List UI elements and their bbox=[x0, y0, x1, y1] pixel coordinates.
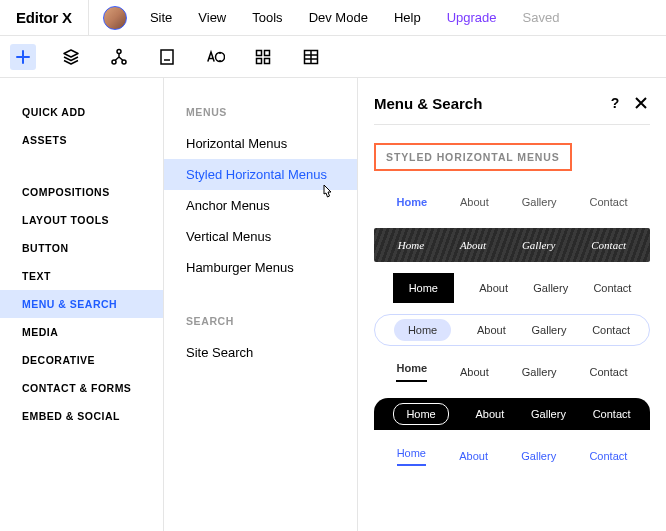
preview-style-1[interactable]: Home About Gallery Contact bbox=[374, 185, 650, 219]
nav-item: Contact bbox=[589, 450, 627, 462]
layers-button[interactable] bbox=[58, 44, 84, 70]
apps-button[interactable] bbox=[250, 44, 276, 70]
layers-icon bbox=[62, 48, 80, 66]
mid-item-anchor[interactable]: Anchor Menus bbox=[164, 190, 357, 221]
table-button[interactable] bbox=[298, 44, 324, 70]
mid-item-sitesearch[interactable]: Site Search bbox=[164, 337, 357, 368]
right-panel: Menu & Search ? STYLED HORIZONTAL MENUS … bbox=[358, 78, 666, 531]
menu-devmode[interactable]: Dev Mode bbox=[296, 10, 381, 25]
avatar[interactable] bbox=[103, 6, 127, 30]
nav-item: Home bbox=[398, 239, 424, 251]
preview-style-3[interactable]: Home About Gallery Contact bbox=[374, 271, 650, 305]
left-sidebar: QUICK ADD ASSETS COMPOSITIONS LAYOUT TOO… bbox=[0, 78, 164, 531]
nav-item: About bbox=[477, 324, 506, 336]
nav-item: Contact bbox=[590, 196, 628, 208]
nav-item: About bbox=[460, 366, 489, 378]
plus-icon bbox=[15, 49, 31, 65]
nav-item: Contact bbox=[593, 282, 631, 294]
panel-header: Menu & Search ? bbox=[374, 94, 650, 125]
mid-sidebar: MENUS Horizontal Menus Styled Horizontal… bbox=[164, 78, 358, 531]
menu-help[interactable]: Help bbox=[381, 10, 434, 25]
nav-item: About bbox=[460, 239, 486, 251]
menu-site[interactable]: Site bbox=[137, 10, 185, 25]
app-logo: Editor X bbox=[0, 0, 89, 35]
add-button[interactable] bbox=[10, 44, 36, 70]
nav-item: Contact bbox=[592, 324, 630, 336]
svg-rect-7 bbox=[257, 58, 262, 63]
mid-item-hamburger[interactable]: Hamburger Menus bbox=[164, 252, 357, 283]
close-icon bbox=[634, 96, 648, 110]
nav-item: Gallery bbox=[522, 196, 557, 208]
svg-rect-3 bbox=[161, 50, 173, 64]
page-button[interactable] bbox=[154, 44, 180, 70]
svg-rect-5 bbox=[257, 50, 262, 55]
sidebar-item-media[interactable]: MEDIA bbox=[0, 318, 163, 346]
sidebar-item-layouttools[interactable]: LAYOUT TOOLS bbox=[0, 206, 163, 234]
svg-rect-6 bbox=[265, 50, 270, 55]
sidebar-item-compositions[interactable]: COMPOSITIONS bbox=[0, 178, 163, 206]
menu-view[interactable]: View bbox=[185, 10, 239, 25]
nav-item: Contact bbox=[593, 408, 631, 420]
topbar: Editor X Site View Tools Dev Mode Help U… bbox=[0, 0, 666, 36]
help-button[interactable]: ? bbox=[606, 94, 624, 112]
sidebar-item-embedsocial[interactable]: EMBED & SOCIAL bbox=[0, 402, 163, 430]
section-label: STYLED HORIZONTAL MENUS bbox=[386, 151, 560, 163]
page-icon bbox=[159, 48, 175, 66]
tree-icon bbox=[110, 48, 128, 66]
tree-button[interactable] bbox=[106, 44, 132, 70]
preview-style-4[interactable]: Home About Gallery Contact bbox=[374, 314, 650, 346]
sidebar-item-text[interactable]: TEXT bbox=[0, 262, 163, 290]
nav-item: Gallery bbox=[521, 450, 556, 462]
close-button[interactable] bbox=[632, 94, 650, 112]
grid-icon bbox=[255, 49, 271, 65]
table-icon bbox=[303, 49, 319, 65]
preview-style-5[interactable]: Home About Gallery Contact bbox=[374, 355, 650, 389]
nav-item: Gallery bbox=[532, 324, 567, 336]
nav-item: Home bbox=[394, 319, 451, 341]
mid-item-styled-horizontal[interactable]: Styled Horizontal Menus bbox=[164, 159, 357, 190]
nav-item: Home bbox=[393, 403, 448, 425]
sidebar-item-button[interactable]: BUTTON bbox=[0, 234, 163, 262]
preview-style-6[interactable]: Home About Gallery Contact bbox=[374, 398, 650, 430]
mid-item-label: Styled Horizontal Menus bbox=[186, 167, 327, 182]
toolbar bbox=[0, 36, 666, 78]
nav-item: Gallery bbox=[522, 366, 557, 378]
nav-item: About bbox=[476, 408, 505, 420]
svg-rect-8 bbox=[265, 58, 270, 63]
menu-saved: Saved bbox=[510, 10, 573, 25]
nav-item: Contact bbox=[591, 239, 626, 251]
sidebar-item-decorative[interactable]: DECORATIVE bbox=[0, 346, 163, 374]
nav-item: Home bbox=[393, 273, 454, 303]
preview-style-2[interactable]: Home About Gallery Contact bbox=[374, 228, 650, 262]
help-icon: ? bbox=[611, 95, 620, 111]
mid-item-horizontal[interactable]: Horizontal Menus bbox=[164, 128, 357, 159]
preview-style-7[interactable]: Home About Gallery Contact bbox=[374, 439, 650, 473]
nav-item: About bbox=[479, 282, 508, 294]
nav-item: About bbox=[460, 196, 489, 208]
sidebar-item-quickadd[interactable]: QUICK ADD bbox=[0, 98, 163, 126]
mid-heading-menus: MENUS bbox=[164, 100, 357, 128]
mid-heading-search: SEARCH bbox=[164, 309, 357, 337]
menu-upgrade[interactable]: Upgrade bbox=[434, 10, 510, 25]
nav-item: Gallery bbox=[533, 282, 568, 294]
panel-title: Menu & Search bbox=[374, 95, 598, 112]
main: QUICK ADD ASSETS COMPOSITIONS LAYOUT TOO… bbox=[0, 78, 666, 531]
nav-item: Home bbox=[397, 447, 426, 466]
svg-point-0 bbox=[117, 49, 121, 53]
nav-item: Gallery bbox=[531, 408, 566, 420]
text-style-icon bbox=[205, 49, 225, 65]
nav-item: Home bbox=[396, 362, 427, 382]
preview-list: Home About Gallery Contact Home About Ga… bbox=[374, 185, 650, 473]
menu-tools[interactable]: Tools bbox=[239, 10, 295, 25]
sidebar-item-assets[interactable]: ASSETS bbox=[0, 126, 163, 154]
nav-item: Gallery bbox=[522, 239, 556, 251]
sidebar-item-menusearch[interactable]: MENU & SEARCH bbox=[0, 290, 163, 318]
nav-item: Home bbox=[396, 196, 427, 208]
section-label-highlight: STYLED HORIZONTAL MENUS bbox=[374, 143, 572, 171]
nav-item: Contact bbox=[590, 366, 628, 378]
sidebar-item-contactforms[interactable]: CONTACT & FORMS bbox=[0, 374, 163, 402]
nav-item: About bbox=[459, 450, 488, 462]
mid-item-vertical[interactable]: Vertical Menus bbox=[164, 221, 357, 252]
text-style-button[interactable] bbox=[202, 44, 228, 70]
